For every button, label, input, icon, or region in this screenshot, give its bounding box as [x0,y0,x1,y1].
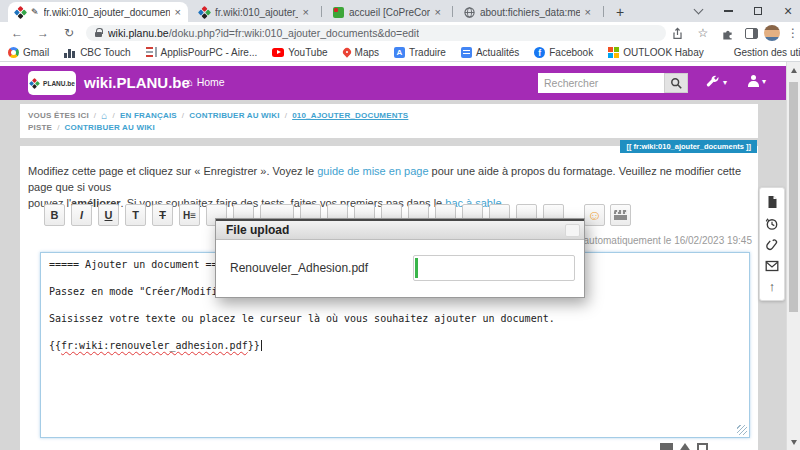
text-cursor [261,340,262,351]
bookmark-applispourpc[interactable]: ApplisPourPC - Aire... [146,47,258,58]
window-maximize-button[interactable] [744,0,772,22]
tab-title: about:fichiers_data:membres_inc [480,7,580,18]
textarea-resize-handle[interactable] [737,425,747,435]
scrollbar-thumb[interactable] [789,82,798,312]
browser-menu-icon[interactable]: ⋮ [784,24,800,42]
edit-page-icon[interactable] [765,195,779,209]
tab-divider [603,6,604,17]
page-id-badge: [[ fr:wiki:010_ajouter_documents ]] [620,140,757,153]
strikethrough-button[interactable]: T [152,204,173,226]
user-menu[interactable]: ▾ [748,75,766,87]
underline-button[interactable]: U [98,204,119,226]
bookmark-outlook[interactable]: OUTLOOK Habay [608,47,704,58]
planu-logo[interactable]: PLANU.be [28,71,76,95]
backlinks-paperclip-icon[interactable] [765,238,779,252]
window-minimize-button[interactable] [714,0,742,22]
bookmark-actualites[interactable]: Actualités [461,47,519,58]
trace-breadcrumb: PISTE / CONTRIBUER AU WIKI [28,121,750,133]
wiki-header: PLANU.be wiki.PLANU.be ⌂ Home ▾ ▾ [0,66,786,100]
new-tab-button[interactable]: + [610,2,630,22]
tab-fichiers-data[interactable]: about:fichiers_data:membres_inc × [457,2,598,22]
italic-button[interactable]: I [71,204,92,226]
code-button[interactable]: T [125,204,146,226]
upload-name-input[interactable] [413,255,575,281]
profile-avatar[interactable] [763,24,781,42]
wrap-toggle-button[interactable] [697,443,708,450]
back-icon[interactable]: ← [8,24,26,42]
browser-toolbar: ← → ↻ wiki.planu.be/doku.php?id=fr:wiki:… [0,22,800,44]
site-title: wiki.PLANU.be [84,74,190,91]
wrench-icon [706,75,720,89]
coprecom-favicon [333,7,344,18]
breadcrumb-current-page[interactable]: 010_AJOUTER_DOCUMENTS [292,111,408,120]
back-to-top-icon[interactable]: ↑ [769,280,776,293]
input-caret [415,258,418,278]
dokuwiki-favicon [718,46,730,58]
bookmark-facebook[interactable]: fFacebook [534,47,593,58]
tab-close-icon[interactable]: × [435,7,441,18]
bookmark-gmail[interactable]: Gmail [8,47,49,58]
tab-close-icon[interactable]: × [175,7,181,18]
upload-name-field-wrap [413,255,575,281]
padlock-icon[interactable] [95,32,102,37]
tab-close-icon[interactable]: × [585,7,591,18]
history-clock-icon[interactable] [765,217,779,231]
wikitext-line: {{fr:wiki:renouveler_adhesion.pdf}} [49,340,741,354]
home-icon[interactable]: ⌂ [101,110,107,121]
dialog-title[interactable]: File upload [216,219,584,240]
forward-icon[interactable]: → [34,24,52,42]
edit-pencil-icon: ✎ [31,7,39,17]
editor-size-controls [660,443,750,450]
page-url: wiki.planu.be/doku.php?id=fr:wiki:010_aj… [108,27,419,39]
tab-title: fr.wiki:010_ajouter_documents [44,7,170,18]
tab-strip: ✎ fr.wiki:010_ajouter_documents × fr.wik… [0,0,800,22]
page-scrollbar[interactable] [786,62,800,450]
tab-close-icon[interactable]: × [303,7,309,18]
headline-button[interactable]: H≡ [179,204,200,226]
scroll-down-icon[interactable] [791,440,797,445]
window-close-button[interactable]: × [774,0,800,22]
bookmark-youtube[interactable]: YouTube [272,47,327,58]
news-icon [461,47,472,58]
link-guide-mise-en-page[interactable]: guide de mise en page [317,165,428,177]
bookmark-gestion-utilisateurs[interactable]: Gestion des utilisat... [719,47,800,58]
user-icon [748,75,759,87]
breadcrumb-link-en-francais[interactable]: EN FRANÇAIS [120,111,177,120]
special-chars-button[interactable] [610,204,631,226]
dialog-close-button[interactable] [565,224,580,237]
address-bar[interactable]: wiki.planu.be/doku.php?id=fr:wiki:010_aj… [86,25,666,41]
site-tools-menu[interactable]: ▾ [706,75,727,89]
mail-icon[interactable] [765,260,779,272]
bookmark-star-icon[interactable]: ☆ [694,24,712,42]
chevron-down-icon: ▾ [762,77,766,86]
misspelled-file-link: fr:wiki:renouveler_adhesion.pdf [61,340,248,351]
bookmark-traduire[interactable]: ATraduire [394,47,446,58]
globe-favicon [464,7,475,18]
share-icon[interactable] [668,24,686,42]
list-icon [146,47,157,58]
tab-title: fr.wiki:010_ajouter_documents [w [215,7,298,18]
scroll-up-icon[interactable] [791,68,797,73]
nav-home[interactable]: ⌂ Home [186,76,225,88]
tab-ajouter-documents-2[interactable]: fr.wiki:010_ajouter_documents [w × [192,2,316,22]
trace-link-contribuer[interactable]: CONTRIBUER AU WIKI [65,123,155,132]
search-input[interactable] [538,73,664,93]
bookmark-cbc-touch[interactable]: CBC Touch [64,47,130,58]
tab-search-chevron-icon[interactable] [684,0,712,22]
tab-accueil-coprecom[interactable]: accueil [CoPreCom] × [326,2,448,22]
search-button[interactable] [664,73,688,93]
tab-title: accueil [CoPreCom] [349,7,430,18]
extensions-puzzle-icon[interactable] [718,24,736,42]
breadcrumb-link-contribuer[interactable]: CONTRIBUER AU WIKI [189,111,279,120]
tab-current-page[interactable]: ✎ fr.wiki:010_ajouter_documents × [8,2,188,22]
side-panel-icon[interactable] [742,24,760,42]
wikitext-line: Saisissez votre texte ou placez le curse… [49,313,741,327]
size-bigger-button[interactable] [678,443,692,450]
size-smaller-button[interactable] [660,443,673,450]
reload-icon[interactable]: ↻ [60,24,78,42]
bold-button[interactable]: B [44,204,65,226]
clapperboard-icon [614,210,627,220]
smiley-picker-button[interactable]: ☺ [584,204,605,226]
home-icon: ⌂ [186,76,193,88]
bookmark-maps[interactable]: Maps [343,47,379,58]
